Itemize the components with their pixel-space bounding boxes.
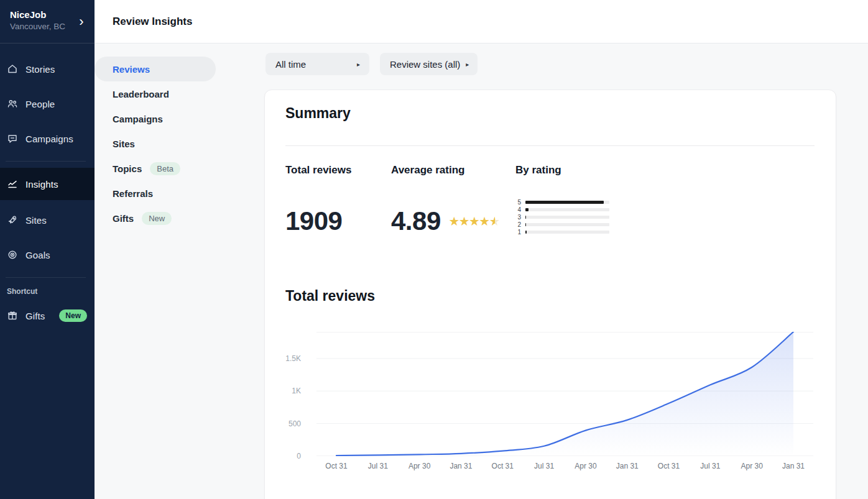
x-tick-label: Jul 31 xyxy=(534,462,554,470)
x-tick-label: Jul 31 xyxy=(368,462,388,470)
x-tick-label: Jan 31 xyxy=(782,462,805,470)
subnav-item-label: Topics xyxy=(113,163,142,174)
rating-bar-label: 1 xyxy=(516,229,521,236)
summary-heading: Summary xyxy=(285,105,351,122)
sidebar-item-stories[interactable]: Stories xyxy=(0,57,95,81)
page-header: Review Insights xyxy=(95,0,868,43)
sidebar-item-insights[interactable]: Insights xyxy=(0,168,95,200)
star-icon: ★ xyxy=(469,216,479,227)
beta-badge: Beta xyxy=(150,162,180,175)
chevron-right-icon[interactable]: › xyxy=(73,14,90,30)
sidebar-item-people[interactable]: People xyxy=(0,91,95,116)
sidebar-item-label: Goals xyxy=(25,250,50,260)
x-tick-label: Apr 30 xyxy=(741,462,762,470)
time-range-dropdown[interactable]: All time ▸ xyxy=(265,53,369,75)
subnav-item-reviews[interactable]: Reviews xyxy=(95,57,216,81)
star-icon: ★ xyxy=(450,216,459,227)
gift-icon xyxy=(7,310,18,321)
star-icon: ★ xyxy=(459,216,469,227)
rating-bar-row: 4 xyxy=(516,208,609,211)
app-window: NiceJob Vancouver, BC › Stories People C… xyxy=(0,0,868,499)
y-tick-label: 0 xyxy=(297,452,301,460)
chart-title: Total reviews xyxy=(285,288,375,304)
sidebar-divider xyxy=(6,277,86,278)
summary-card: Summary Total reviews 1909 Average ratin… xyxy=(264,89,836,499)
chart-area-fill xyxy=(336,332,793,456)
sidebar-item-gifts[interactable]: Gifts New xyxy=(0,303,95,328)
by-rating-stat: By rating xyxy=(515,164,561,176)
x-tick-label: Jan 31 xyxy=(450,462,472,470)
subnav-item-label: Sites xyxy=(113,139,135,149)
workspace-switcher[interactable]: NiceJob Vancouver, BC › xyxy=(0,0,95,43)
rating-bar-label: 3 xyxy=(516,214,521,221)
sidebar-item-label: Insights xyxy=(25,179,58,190)
target-icon xyxy=(7,249,18,260)
sidebar-item-label: Campaigns xyxy=(25,134,73,144)
subnav-item-label: Gifts xyxy=(113,213,134,224)
rating-bar-track xyxy=(525,216,609,219)
sidebar-item-campaigns[interactable]: Campaigns xyxy=(0,126,95,151)
chart-icon xyxy=(7,178,18,190)
filter-bar: All time ▸ Review sites (all) ▸ xyxy=(265,53,478,75)
new-badge: New xyxy=(142,212,172,225)
rating-bar-track xyxy=(525,208,609,211)
y-tick-label: 1.5K xyxy=(285,354,301,363)
half-star-icon: ★ xyxy=(490,216,500,227)
rating-bar-row: 1 xyxy=(516,231,609,234)
subnav-item-referrals[interactable]: Referrals xyxy=(95,181,216,206)
subnav-item-sites[interactable]: Sites xyxy=(95,131,216,156)
average-rating-stat: Average rating 4.89 ★★★★★ xyxy=(391,164,500,236)
stat-label: Total reviews xyxy=(285,164,351,176)
rating-bar-fill xyxy=(525,223,526,226)
x-axis-labels: Oct 31Jul 31Apr 30Jan 31Oct 31Jul 31Apr … xyxy=(316,462,813,472)
subnav-item-label: Campaigns xyxy=(113,114,163,124)
subnav-item-label: Referrals xyxy=(113,188,153,199)
rating-bar-fill xyxy=(525,216,526,219)
chat-icon xyxy=(7,133,18,144)
caret-right-icon: ▸ xyxy=(466,61,469,68)
new-badge: New xyxy=(59,309,87,322)
shortcut-section-label: Shortcut xyxy=(7,287,95,296)
rating-bar-row: 2 xyxy=(516,223,609,226)
time-range-value: All time xyxy=(275,59,306,70)
subnav-item-leaderboard[interactable]: Leaderboard xyxy=(95,81,216,106)
review-sites-value: Review sites (all) xyxy=(390,59,460,70)
average-rating-value: 4.89 xyxy=(391,206,441,236)
caret-right-icon: ▸ xyxy=(357,61,360,68)
subnav-item-campaigns[interactable]: Campaigns xyxy=(95,106,216,131)
stat-label: By rating xyxy=(515,164,561,176)
rocket-icon xyxy=(7,214,18,226)
rating-bar-row: 3 xyxy=(516,216,609,219)
sidebar-item-goals[interactable]: Goals xyxy=(0,242,95,267)
review-sites-dropdown[interactable]: Review sites (all) ▸ xyxy=(380,53,478,75)
total-reviews-stat: Total reviews 1909 xyxy=(285,164,351,236)
sidebar-item-label: Gifts xyxy=(25,311,45,321)
subnav-item-topics[interactable]: Topics Beta xyxy=(95,156,216,181)
subnav-item-gifts[interactable]: Gifts New xyxy=(95,206,216,231)
rating-stars: ★★★★★ xyxy=(450,216,500,227)
insights-subnav: Reviews Leaderboard Campaigns Sites Topi… xyxy=(95,57,216,231)
rating-bar-label: 2 xyxy=(516,222,521,228)
y-tick-label: 1K xyxy=(292,387,301,395)
total-reviews-line-chart xyxy=(316,332,813,456)
sidebar-item-label: People xyxy=(25,99,55,109)
sidebar-item-sites[interactable]: Sites xyxy=(0,208,95,232)
x-tick-label: Oct 31 xyxy=(492,462,514,470)
rating-bar-row: 5 xyxy=(516,201,609,204)
x-tick-label: Apr 30 xyxy=(575,462,596,470)
home-icon xyxy=(7,63,18,75)
people-icon xyxy=(7,98,18,109)
subnav-item-label: Leaderboard xyxy=(113,89,169,99)
rating-bar-label: 4 xyxy=(516,207,521,213)
rating-bar-fill xyxy=(525,201,604,204)
star-icon: ★ xyxy=(480,216,490,227)
rating-bar-fill xyxy=(525,231,527,234)
rating-bar-track xyxy=(525,223,609,226)
y-axis-labels: 05001K1.5K xyxy=(265,332,301,456)
sidebar-divider xyxy=(6,161,86,162)
rating-bar-label: 5 xyxy=(516,199,521,206)
x-tick-label: Jan 31 xyxy=(616,462,639,470)
x-tick-label: Oct 31 xyxy=(658,462,680,470)
page-title: Review Insights xyxy=(113,16,192,28)
rating-bar-track xyxy=(525,231,609,234)
